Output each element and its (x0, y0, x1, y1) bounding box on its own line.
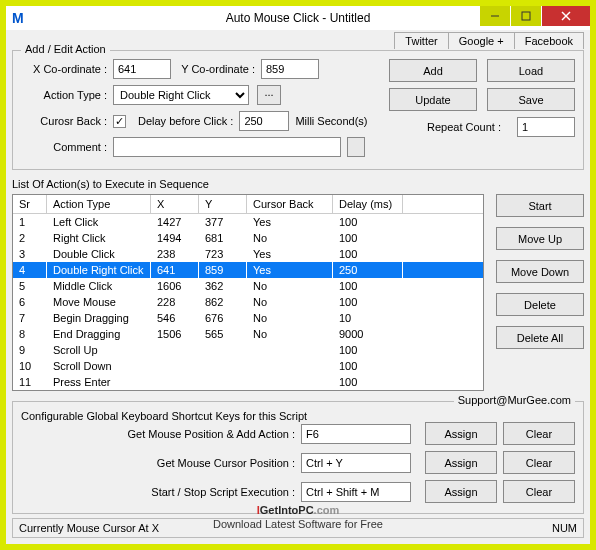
cell: 2 (13, 230, 47, 246)
load-button[interactable]: Load (487, 59, 575, 82)
table-row[interactable]: 1Left Click1427377Yes100 (13, 214, 483, 230)
cell: Left Click (47, 214, 151, 230)
table-row[interactable]: 7Begin Dragging546676No10 (13, 310, 483, 326)
cell: 4 (13, 262, 47, 278)
clear-button[interactable]: Clear (503, 480, 575, 503)
shortcut-groupbox: Configurable Global Keyboard Shortcut Ke… (12, 401, 584, 514)
cell: 1606 (151, 278, 199, 294)
repeat-count-input[interactable] (517, 117, 575, 137)
cursor-back-checkbox[interactable]: ✓ (113, 115, 126, 128)
table-row[interactable]: 4Double Right Click641859Yes250 (13, 262, 483, 278)
delay-input[interactable] (239, 111, 289, 131)
action-table[interactable]: Sr Action Type X Y Cursor Back Delay (ms… (12, 194, 484, 391)
cell (199, 374, 247, 390)
table-row[interactable]: 11Press Enter100 (13, 374, 483, 390)
shortcut-input[interactable] (301, 424, 411, 444)
th-cursor-back[interactable]: Cursor Back (247, 195, 333, 213)
cell: 676 (199, 310, 247, 326)
shortcut-input[interactable] (301, 453, 411, 473)
cell: 723 (199, 246, 247, 262)
table-row[interactable]: 10Scroll Down100 (13, 358, 483, 374)
th-delay[interactable]: Delay (ms) (333, 195, 403, 213)
cell: 100 (333, 358, 403, 374)
table-row[interactable]: 8End Dragging1506565No9000 (13, 326, 483, 342)
ycoord-input[interactable] (261, 59, 319, 79)
move-down-button[interactable]: Move Down (496, 260, 584, 283)
milli-label: Milli Second(s) (295, 115, 367, 127)
add-button[interactable]: Add (389, 59, 477, 82)
cell (247, 374, 333, 390)
delete-button[interactable]: Delete (496, 293, 584, 316)
delete-all-button[interactable]: Delete All (496, 326, 584, 349)
cell: Yes (247, 246, 333, 262)
table-row[interactable]: 3Double Click238723Yes100 (13, 246, 483, 262)
xcoord-input[interactable] (113, 59, 171, 79)
th-sr[interactable]: Sr (13, 195, 47, 213)
close-button[interactable] (542, 6, 590, 26)
th-action-type[interactable]: Action Type (47, 195, 151, 213)
tab-facebook[interactable]: Facebook (514, 32, 584, 49)
assign-button[interactable]: Assign (425, 422, 497, 445)
start-button[interactable]: Start (496, 194, 584, 217)
ellipsis-button[interactable]: ... (257, 85, 281, 105)
cell (151, 342, 199, 358)
cell: 10 (13, 358, 47, 374)
repeat-count-label: Repeat Count : (427, 121, 507, 133)
cell (199, 342, 247, 358)
assign-button[interactable]: Assign (425, 480, 497, 503)
cell: 681 (199, 230, 247, 246)
action-type-select[interactable]: Double Right Click (113, 85, 249, 105)
shortcut-legend: Configurable Global Keyboard Shortcut Ke… (21, 410, 307, 422)
save-button[interactable]: Save (487, 88, 575, 111)
cell: 862 (199, 294, 247, 310)
minimize-button[interactable] (480, 6, 510, 26)
status-num: NUM (552, 522, 577, 534)
cell: 8 (13, 326, 47, 342)
cell: 6 (13, 294, 47, 310)
move-up-button[interactable]: Move Up (496, 227, 584, 250)
statusbar: Currently Mouse Cursor At X NUM (12, 518, 584, 538)
support-link[interactable]: Support@MurGee.com (454, 394, 575, 406)
cell: No (247, 310, 333, 326)
cell: End Dragging (47, 326, 151, 342)
cell: 100 (333, 342, 403, 358)
cell: Right Click (47, 230, 151, 246)
delay-label: Delay before Click : (138, 115, 239, 127)
table-row[interactable]: 9Scroll Up100 (13, 342, 483, 358)
cell: Double Click (47, 246, 151, 262)
tab-twitter[interactable]: Twitter (394, 32, 448, 49)
shortcut-row: Get Mouse Position & Add Action :AssignC… (21, 422, 575, 445)
social-tabs: Twitter Google + Facebook (395, 32, 584, 49)
tab-googleplus[interactable]: Google + (448, 32, 515, 49)
ycoord-label: Y Co-ordinate : (171, 63, 261, 75)
clear-button[interactable]: Clear (503, 451, 575, 474)
assign-button[interactable]: Assign (425, 451, 497, 474)
update-button[interactable]: Update (389, 88, 477, 111)
client-area: Twitter Google + Facebook Add / Edit Act… (6, 30, 590, 544)
table-row[interactable]: 2Right Click1494681No100 (13, 230, 483, 246)
th-y[interactable]: Y (199, 195, 247, 213)
shortcut-label: Get Mouse Position & Add Action : (21, 428, 301, 440)
maximize-button[interactable] (511, 6, 541, 26)
th-x[interactable]: X (151, 195, 199, 213)
table-row[interactable]: 6Move Mouse228862No100 (13, 294, 483, 310)
comment-button[interactable] (347, 137, 365, 157)
table-header-row: Sr Action Type X Y Cursor Back Delay (ms… (13, 195, 483, 214)
list-header: List Of Action(s) to Execute in Sequence (12, 178, 484, 190)
add-edit-groupbox: Add / Edit Action X Co-ordinate : Y Co-o… (12, 50, 584, 170)
window: M Auto Mouse Click - Untitled Twitter Go… (0, 0, 596, 550)
shortcut-input[interactable] (301, 482, 411, 502)
clear-button[interactable]: Clear (503, 422, 575, 445)
cell: 362 (199, 278, 247, 294)
cell: 100 (333, 374, 403, 390)
cell: Yes (247, 262, 333, 278)
cell: Double Right Click (47, 262, 151, 278)
cell: 1494 (151, 230, 199, 246)
shortcut-label: Start / Stop Script Execution : (21, 486, 301, 498)
comment-input[interactable] (113, 137, 341, 157)
shortcut-row: Get Mouse Cursor Position :AssignClear (21, 451, 575, 474)
cell (247, 358, 333, 374)
table-row[interactable]: 5Middle Click1606362No100 (13, 278, 483, 294)
comment-label: Comment : (21, 141, 113, 153)
shortcut-label: Get Mouse Cursor Position : (21, 457, 301, 469)
